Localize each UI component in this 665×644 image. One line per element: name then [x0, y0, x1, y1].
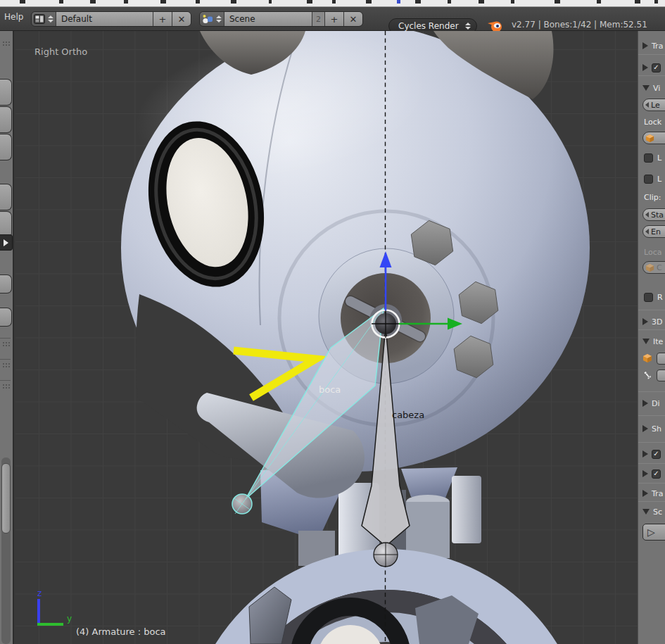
item-bone-row[interactable] — [642, 369, 652, 381]
scene-selector[interactable]: Scene 2 + ✕ — [199, 11, 363, 27]
panel-label: Tra — [652, 42, 663, 51]
panel-header-grease-pencil[interactable]: ✓ — [642, 61, 664, 74]
help-menu[interactable]: Help — [4, 12, 23, 22]
disclosure-triangle-icon — [642, 42, 648, 49]
panel-header-transform[interactable]: Tra — [642, 39, 663, 52]
disclosure-triangle-open-icon — [642, 339, 650, 344]
checkbox-label: R — [657, 293, 663, 302]
disclosure-triangle-icon — [642, 450, 648, 457]
slider-label: Le — [651, 101, 660, 110]
close-scene-button[interactable]: ✕ — [343, 12, 362, 26]
panel-header-background-images[interactable]: ✓ — [642, 467, 664, 480]
render-engine-value: Cycles Render — [398, 21, 459, 31]
panel-header-3d-cursor[interactable]: 3D — [642, 315, 662, 328]
clip-label: Clip: — [644, 193, 661, 202]
panel-header-item[interactable]: Ite — [642, 335, 663, 348]
close-layout-button[interactable]: ✕ — [172, 12, 191, 26]
panel-label: Ite — [653, 337, 663, 346]
layout-name-field[interactable]: Default — [56, 12, 153, 26]
panel-grip-icon[interactable] — [2, 384, 11, 389]
object-cube-icon — [645, 134, 654, 143]
tool-button[interactable] — [0, 79, 12, 106]
slider-label: Sta — [651, 210, 664, 220]
tool-button[interactable] — [0, 134, 12, 160]
screen-layout-icon[interactable] — [32, 12, 56, 26]
panel-header-motion-tracking[interactable]: ✓ — [642, 448, 664, 460]
tool-button[interactable] — [0, 308, 12, 327]
object-cube-icon — [645, 263, 654, 272]
panel-label: Vi — [653, 84, 660, 93]
scrollbar-thumb[interactable] — [1, 463, 11, 533]
add-layout-button[interactable]: + — [153, 12, 172, 26]
lock-camera-checkbox[interactable]: L — [644, 173, 661, 184]
checkbox-icon[interactable] — [644, 153, 653, 163]
play-button[interactable]: ▷ — [642, 524, 665, 541]
cropped-ui-strip — [0, 0, 665, 7]
dropdown-arrows-icon — [465, 23, 471, 30]
slider-arrow-left-icon[interactable] — [645, 212, 649, 217]
slider-label: En — [651, 227, 661, 236]
checkbox-icon[interactable] — [644, 293, 653, 302]
add-scene-button[interactable]: + — [324, 12, 343, 26]
object-cube-icon — [642, 353, 652, 363]
item-object-row[interactable] — [642, 352, 652, 365]
disclosure-triangle-icon — [642, 490, 648, 497]
slider-arrow-left-icon[interactable] — [645, 102, 649, 108]
scene-name-field[interactable]: Scene — [224, 12, 312, 26]
clip-start-slider[interactable]: Sta — [642, 208, 665, 221]
properties-n-panel: Tra ✓ Vi Le Lock L L Clip: Sta En Loca — [638, 31, 665, 644]
clip-end-slider[interactable]: En — [642, 225, 665, 238]
viewport-3d[interactable]: Right Ortho boca cabeza z y (4) Armature… — [15, 31, 638, 644]
lens-slider[interactable]: Le — [642, 99, 665, 111]
scene-users-count: 2 — [312, 12, 324, 26]
tool-button[interactable] — [0, 184, 12, 210]
slider-arrow-left-icon[interactable] — [645, 229, 649, 234]
lock-to-cursor-checkbox[interactable]: L — [644, 152, 661, 163]
panel-label: Sc — [653, 507, 662, 517]
panel-header-shading[interactable]: Sh — [642, 422, 661, 435]
checkbox-checked-icon[interactable]: ✓ — [652, 469, 661, 479]
disclosure-triangle-icon — [642, 318, 648, 325]
local-camera-field[interactable]: C — [642, 261, 665, 274]
tool-button[interactable] — [0, 106, 12, 133]
arrow-right-icon — [4, 239, 8, 246]
disclosure-triangle-icon — [642, 64, 648, 71]
torso-rings — [205, 569, 567, 644]
panel-label: Tra — [652, 489, 663, 498]
disclosure-triangle-open-icon — [642, 85, 650, 91]
panel-header-display[interactable]: Di — [642, 397, 660, 410]
tool-button[interactable] — [0, 274, 12, 293]
panel-header-transform-orientations[interactable]: Tra — [642, 487, 663, 500]
screen-layout-selector[interactable]: Default + ✕ — [31, 11, 191, 27]
panel-label: Di — [652, 399, 660, 408]
panel-grip-icon[interactable] — [2, 341, 11, 346]
panel-label: 3D — [652, 317, 662, 327]
dropdown-arrows-icon — [48, 15, 53, 23]
disclosure-triangle-open-icon — [642, 509, 650, 514]
checkbox-icon[interactable] — [644, 175, 653, 184]
axis-gizmo — [37, 599, 63, 624]
object-name-field[interactable] — [657, 353, 665, 365]
bone-name-field[interactable] — [657, 370, 665, 381]
local-camera-label: Loca — [644, 248, 661, 257]
dropdown-arrows-icon — [216, 15, 222, 23]
lock-object-field[interactable] — [642, 132, 665, 144]
layout-icon — [34, 14, 45, 24]
panel-grip-icon[interactable] — [2, 362, 11, 367]
info-header: Help Default + ✕ Scene 2 + ✕ — [0, 7, 665, 31]
render-border-checkbox[interactable]: R — [644, 291, 663, 303]
status-stats: v2.77 | Bones:1/42 | Mem:52.51 — [512, 20, 665, 30]
disclosure-triangle-icon — [642, 425, 648, 432]
panel-label: Sh — [652, 424, 661, 434]
checkbox-checked-icon[interactable]: ✓ — [652, 450, 661, 459]
field-label: C — [657, 263, 662, 272]
disclosure-triangle-icon — [642, 470, 648, 477]
panel-grip-icon[interactable] — [2, 41, 11, 46]
scene-browse-button[interactable] — [200, 12, 224, 26]
panel-header-view[interactable]: Vi — [642, 82, 660, 94]
expand-panel-button[interactable] — [0, 234, 13, 251]
panel-header-screencast[interactable]: Sc — [642, 505, 662, 518]
scene-render — [15, 31, 638, 644]
checkbox-label: L — [657, 175, 661, 184]
checkbox-checked-icon[interactable]: ✓ — [652, 63, 661, 72]
